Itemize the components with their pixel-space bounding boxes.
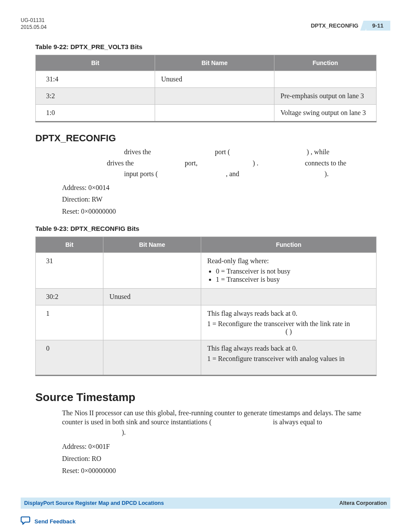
table-row: 30:2 Unused	[36, 288, 377, 305]
address-line: Address: 0×001F	[62, 442, 376, 451]
cell-bit: 31	[36, 252, 103, 288]
reset-line: Reset: 0×00000000	[62, 466, 376, 476]
table-23-title: Table 9-23: DPTX_RECONFIG Bits	[35, 225, 390, 232]
table-row: 31:4 Unused	[36, 71, 377, 88]
table-row: 31 Read-only flag where: 0 = Transceiver…	[36, 252, 377, 288]
feedback-icon	[21, 516, 31, 527]
cell-bitname: Unused	[103, 288, 201, 305]
cell-func: This flag always reads back at 0. 1 = Re…	[201, 305, 377, 340]
section-heading-dptx-reconfig: DPTX_RECONFIG	[35, 133, 390, 144]
page-header: UG-01131 2015.05.04 DPTX_RECONFIG 9-11	[21, 17, 390, 34]
doc-id: UG-01131	[21, 17, 47, 24]
page-footer: DisplayPort Source Register Map and DPCD…	[21, 498, 390, 510]
func-line: This flag always reads back at 0.	[207, 345, 370, 352]
footer-right: Altera Corporation	[339, 500, 387, 506]
table-23-header-bitname: Bit Name	[103, 236, 201, 252]
cell-func	[201, 288, 377, 305]
text: input ports (	[124, 170, 159, 177]
cell-func: Pre-emphasis output on lane 3	[274, 88, 377, 105]
direction-line: Direction: RW	[62, 195, 376, 204]
cell-bit: 1:0	[36, 105, 155, 122]
text: ) , while	[307, 148, 330, 156]
list-item: 0 = Transceiver is not busy	[216, 268, 370, 275]
func-line: This flag always reads back at 0.	[207, 310, 370, 317]
func-line: 1 = Reconfigure the transceiver with the…	[207, 320, 370, 328]
cell-bit: 31:4	[36, 71, 155, 88]
text: drives the	[124, 148, 153, 156]
text: port (	[215, 148, 232, 156]
cell-func: Voltage swing output on lane 3	[274, 105, 377, 122]
text: port,	[185, 159, 199, 167]
cell-bitname	[103, 340, 201, 375]
table-22-header-function: Function	[274, 55, 377, 71]
func-tail: ( )	[207, 328, 370, 336]
footer-left: DisplayPort Source Register Map and DPCD…	[24, 500, 164, 506]
cell-func	[274, 71, 377, 88]
dptx-reconfig-description: drives the port ( ) , while drives the p…	[62, 147, 376, 216]
address-line: Address: 0×0014	[62, 183, 376, 193]
cell-func: This flag always reads back at 0. 1 = Re…	[201, 340, 377, 375]
table-23-header-bit: Bit	[36, 236, 103, 252]
cell-bit: 0	[36, 340, 103, 375]
func-intro: Read-only flag where:	[207, 257, 269, 264]
table-23-header-function: Function	[201, 236, 377, 252]
text: ) .	[252, 159, 260, 167]
cell-bit: 3:2	[36, 88, 155, 105]
send-feedback-link[interactable]: Send Feedback	[34, 518, 75, 525]
list-item: 1 = Transceiver is busy	[216, 276, 370, 283]
para-mid: is always equal to	[273, 418, 322, 426]
table-22-header-bit: Bit	[36, 55, 155, 71]
table-22: Bit Bit Name Function 31:4 Unused 3:2 Pr…	[35, 55, 377, 122]
text: connects to the	[305, 159, 346, 167]
table-row: 1:0 Voltage swing output on lane 3	[36, 105, 377, 122]
text: ).	[324, 170, 328, 177]
source-timestamp-body: The Nios II processor can use this globa…	[62, 408, 376, 476]
text: , and	[226, 170, 241, 177]
table-row: 0 This flag always reads back at 0. 1 = …	[36, 340, 377, 375]
cell-bitname	[103, 252, 201, 288]
table-22-title: Table 9-22: DPTX_PRE_VOLT3 Bits	[35, 43, 390, 50]
cell-bitname	[155, 105, 274, 122]
cell-func: Read-only flag where: 0 = Transceiver is…	[201, 252, 377, 288]
cell-bit: 1	[36, 305, 103, 340]
cell-bitname: Unused	[155, 71, 274, 88]
para-end: ).	[121, 429, 125, 436]
header-page-number: 9-11	[366, 21, 390, 31]
reset-line: Reset: 0×00000000	[62, 207, 376, 216]
direction-line: Direction: RO	[62, 454, 376, 464]
table-22-header-bitname: Bit Name	[155, 55, 274, 71]
section-heading-source-timestamp: Source Timestamp	[35, 391, 390, 404]
table-row: 1 This flag always reads back at 0. 1 = …	[36, 305, 377, 340]
cell-bit: 30:2	[36, 288, 103, 305]
table-row: 3:2 Pre-emphasis output on lane 3	[36, 88, 377, 105]
doc-date: 2015.05.04	[21, 24, 47, 31]
func-line: 1 = Reconfigure transceiver with analog …	[207, 355, 370, 363]
text: drives the	[107, 159, 136, 167]
table-23: Bit Bit Name Function 31 Read-only flag …	[35, 236, 377, 376]
cell-bitname	[155, 88, 274, 105]
header-right: DPTX_RECONFIG 9-11	[311, 21, 390, 31]
header-section: DPTX_RECONFIG	[311, 22, 364, 29]
doc-id-block: UG-01131 2015.05.04	[21, 17, 47, 31]
cell-bitname	[103, 305, 201, 340]
